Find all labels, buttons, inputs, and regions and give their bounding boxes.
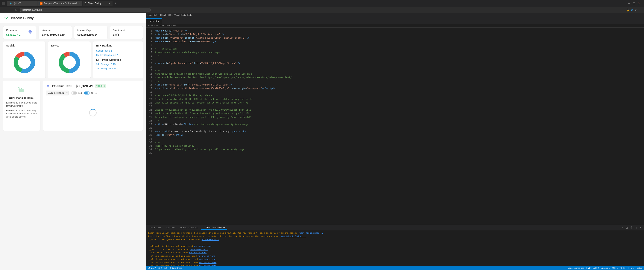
chart-period-select[interactable]: AVG. ETH/USD xyxy=(46,91,69,95)
line-number: 34 xyxy=(148,148,152,151)
tab-favicon-3: ₿ xyxy=(85,2,86,5)
minimize-button[interactable]: ─ xyxy=(627,1,631,6)
stat-label-marketcap: Market Cap xyxy=(77,29,104,32)
browser-tab-2[interactable]: D Devpost - The home for hackers! ✕ xyxy=(38,1,82,6)
status-liveshare[interactable]: ⟳ Live Share xyxy=(170,267,182,269)
tab-bar: ⬛ 🐦 @UsIX ✕ D Devpost - The home for hac… xyxy=(0,0,644,7)
terminal-line: 'size' is defined but never used no-unus… xyxy=(148,251,642,254)
browser-extension-2[interactable]: ◉ xyxy=(631,9,633,12)
ohlc-toggle[interactable] xyxy=(84,91,90,94)
tab-label-2: Devpost - The home for hackers! xyxy=(44,2,77,5)
browser-tab-1[interactable]: 🐦 @UsIX ✕ xyxy=(7,1,37,6)
terminal-add-button[interactable]: + xyxy=(621,226,624,229)
terminal-tab-output[interactable]: OUTPUT xyxy=(164,226,177,229)
rank-item-marketcap[interactable]: Market Cap Rank: 2 xyxy=(96,54,140,56)
money-arrow-icon: $ xyxy=(17,84,26,93)
stat-label-ethereum: Ethereum xyxy=(6,29,21,32)
forward-button[interactable]: → xyxy=(8,8,13,12)
line-number: 10 xyxy=(148,62,152,65)
terminal-line: '_s2' is assigned a value but never used… xyxy=(148,258,642,261)
terminal-tab-problems[interactable]: PROBLEMS xyxy=(148,226,164,229)
line-number: 11 xyxy=(148,65,152,69)
ohlc-label: OHLC xyxy=(91,92,97,94)
line-number: 17 xyxy=(148,87,152,90)
refresh-button[interactable]: ↻ xyxy=(14,8,18,12)
line-number: 33 xyxy=(148,144,152,148)
code-line: <meta name="viewport" content="width=dev… xyxy=(155,36,644,40)
terminal-close-button[interactable]: ✕ xyxy=(639,226,642,229)
stat-card-ethereum: Ethereum $1331.07 ▲ xyxy=(3,26,36,39)
line-number: 9 xyxy=(148,58,152,62)
browser-tab-3[interactable]: ₿ Bitcoin Buddy ✕ xyxy=(82,1,112,6)
chart-loading-spinner xyxy=(89,109,96,116)
app-content: Bitcoin Buddy Ethereum $1331.07 ▲ xyxy=(0,13,146,270)
terminal-line: '_s' is assigned a value but never used … xyxy=(148,255,642,258)
news-donut-chart xyxy=(57,50,82,75)
code-line: user's mobile device or desktop. See htt… xyxy=(155,76,644,79)
stats-row: Ethereum $1331.07 ▲ V xyxy=(0,23,146,39)
code-line: Unlike "/favicon.ico" or "favicon.ico", … xyxy=(155,108,644,112)
ethereum-icon xyxy=(27,29,33,35)
status-spaces[interactable]: Spaces: 2 xyxy=(601,267,610,269)
rank-item-social[interactable]: Social Rank: 2 xyxy=(96,49,140,52)
line-number: 5 xyxy=(148,44,152,47)
browser-extension-1[interactable]: 🔒 xyxy=(626,9,629,12)
status-language[interactable]: HTML xyxy=(628,267,634,269)
terminal-tab-debug[interactable]: DEBUG CONSOLE xyxy=(178,226,200,229)
status-position[interactable]: Ln 26, Col 19 xyxy=(586,267,598,269)
maximize-button[interactable]: □ xyxy=(632,1,636,6)
browser-chrome: ⬛ 🐦 @UsIX ✕ D Devpost - The home for hac… xyxy=(0,0,644,13)
log-toggle[interactable] xyxy=(71,91,77,94)
line-number: 6 xyxy=(148,47,152,51)
line-number: 22 xyxy=(148,105,152,108)
chart-area xyxy=(46,98,140,128)
browser-menu[interactable]: ⋯ xyxy=(638,8,642,12)
code-line: <script src="https://kit.fontawesome.com… xyxy=(155,87,644,90)
code-line: <!-- description xyxy=(155,47,644,51)
terminal-trash-button[interactable]: 🗑 xyxy=(630,226,634,229)
social-title: Social: xyxy=(6,44,42,47)
line-number: 3 xyxy=(148,36,152,40)
back-button[interactable]: ← xyxy=(2,8,7,12)
code-line: <meta charset="utf-8" /> xyxy=(155,29,644,33)
code-content[interactable]: <meta charset="utf-8" /> <link rel="icon… xyxy=(154,28,644,225)
tab-close-3[interactable]: ✕ xyxy=(108,2,110,5)
stat-value-volume: 33457501998 ETH xyxy=(42,33,69,36)
stat-change-ethereum: ▲ xyxy=(19,34,21,36)
stat-value-marketcap: $152251259314 xyxy=(77,33,104,36)
app-title: Bitcoin Buddy xyxy=(11,16,34,20)
code-line xyxy=(155,126,644,130)
status-time: You, seconds ago xyxy=(568,267,584,269)
browser-extension-3[interactable]: ⚙ xyxy=(634,9,637,12)
code-line xyxy=(155,105,644,108)
tab-close-2[interactable]: ✕ xyxy=(78,2,80,5)
status-prettier[interactable]: Prettier xyxy=(636,267,642,269)
line-number: 25 xyxy=(148,115,152,119)
code-line: Learn how to configure a non-root public… xyxy=(155,115,644,119)
status-branch[interactable]: ⎇ main* xyxy=(148,267,156,269)
address-text: localhost:3000/ETH xyxy=(22,9,42,11)
code-line: <link rel="apple-touch-icon" href="%PUBL… xyxy=(155,62,644,65)
terminal-content: React Hook useCallback does nothing when… xyxy=(146,230,644,266)
terminal-tab-task[interactable]: 2: Task - start - webapp xyxy=(201,226,227,230)
stat-card-volume: Volume 33457501998 ETH xyxy=(38,26,72,39)
code-line: <title>Bitcoin Buddy</title> <!-- You sh… xyxy=(155,123,644,126)
status-line-ending[interactable]: CRLF xyxy=(620,267,626,269)
tab-close-1[interactable]: ✕ xyxy=(33,2,35,5)
line-number: 35 xyxy=(148,151,152,155)
status-errors[interactable]: ⊗ 0 xyxy=(158,267,162,269)
bottom-row: $ Our Financial Tip(s)! ETH seems to be … xyxy=(0,78,146,134)
terminal-maximize-button[interactable]: ⬆ xyxy=(634,226,638,229)
close-button[interactable]: ✕ xyxy=(637,1,641,6)
log-label: Log xyxy=(78,92,82,94)
new-tab-button[interactable]: + xyxy=(113,1,118,6)
address-bar[interactable]: localhost:3000/ETH xyxy=(20,8,151,12)
terminal-split-button[interactable]: ⊞ xyxy=(625,226,629,229)
code-line xyxy=(155,151,644,155)
status-encoding[interactable]: UTF-8 xyxy=(612,267,618,269)
status-warnings[interactable]: ⚠ 1 xyxy=(164,267,167,269)
main-layout: Bitcoin Buddy Ethereum $1331.07 ▲ xyxy=(0,13,644,270)
chart-eth-icon xyxy=(46,84,50,88)
vscode-tab-index[interactable]: index.html xyxy=(146,18,162,24)
chart-change-badge: 101.80% xyxy=(95,84,106,88)
